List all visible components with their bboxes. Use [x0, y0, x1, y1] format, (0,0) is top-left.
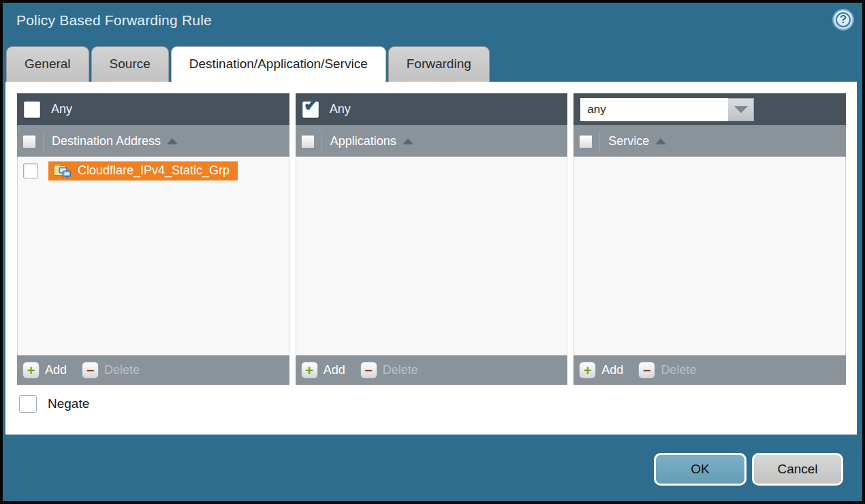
sort-ascending-icon[interactable]: [403, 138, 413, 144]
add-button-label: Add: [45, 363, 67, 377]
header-divider: [43, 131, 44, 153]
destination-actions-bar: + Add − Delete: [17, 355, 289, 385]
delete-button-label: Delete: [661, 363, 696, 377]
applications-list: [296, 157, 568, 355]
ok-button[interactable]: OK: [654, 453, 746, 486]
service-add-button[interactable]: + Add: [579, 362, 623, 379]
applications-actions-bar: + Add − Delete: [296, 355, 568, 385]
sort-ascending-icon[interactable]: [655, 138, 666, 144]
applications-add-button[interactable]: + Add: [301, 362, 345, 379]
service-dropdown[interactable]: any: [580, 98, 754, 121]
chevron-down-icon: [734, 106, 748, 113]
tab-destination-application-service[interactable]: Destination/Application/Service: [171, 46, 386, 83]
minus-icon: −: [82, 362, 99, 379]
destination-any-checkbox[interactable]: [24, 101, 40, 118]
destination-add-button[interactable]: + Add: [22, 362, 67, 379]
add-button-label: Add: [601, 363, 623, 377]
delete-button-label: Delete: [104, 363, 140, 377]
delete-button-label: Delete: [383, 363, 418, 377]
negate-option: Negate: [19, 395, 89, 413]
plus-icon: +: [22, 362, 40, 379]
policy-forwarding-dialog: Policy Based Forwarding Rule ? General S…: [0, 0, 865, 504]
address-group-icon: [53, 163, 72, 178]
service-select-all-checkbox[interactable]: [579, 135, 593, 148]
destination-delete-button[interactable]: − Delete: [82, 362, 140, 379]
tab-content: Any Destination Address: [5, 82, 857, 435]
applications-select-all-checkbox[interactable]: [301, 135, 315, 148]
header-divider: [599, 131, 600, 153]
service-column-header: Service: [573, 125, 846, 157]
add-button-label: Add: [324, 363, 345, 377]
sort-ascending-icon[interactable]: [167, 138, 178, 144]
plus-icon: +: [579, 362, 596, 379]
destination-any-label: Any: [51, 102, 72, 116]
plus-icon: +: [301, 362, 318, 379]
destination-list: Cloudflare_IPv4_Static_Grp: [17, 157, 289, 355]
applications-any-label: Any: [330, 102, 351, 116]
service-panel: any Service + Add: [573, 93, 846, 385]
destination-row-item[interactable]: Cloudflare_IPv4_Static_Grp: [48, 161, 238, 180]
applications-panel: ✔ Any Applications + Add: [296, 93, 568, 385]
service-dropdown-value[interactable]: any: [580, 98, 728, 121]
help-icon[interactable]: ?: [834, 10, 853, 29]
service-header-label[interactable]: Service: [608, 134, 649, 148]
tab-general[interactable]: General: [6, 46, 89, 82]
service-actions-bar: + Add − Delete: [573, 355, 846, 385]
applications-delete-button[interactable]: − Delete: [360, 362, 418, 379]
service-list: [573, 157, 846, 355]
table-row: Cloudflare_IPv4_Static_Grp: [18, 157, 289, 180]
help-icon-ring: [836, 12, 851, 27]
destination-column-header: Destination Address: [17, 125, 289, 157]
destination-header-label[interactable]: Destination Address: [52, 134, 161, 148]
destination-any-bar: Any: [17, 93, 289, 125]
applications-any-bar: ✔ Any: [296, 93, 568, 125]
tab-forwarding[interactable]: Forwarding: [388, 46, 490, 82]
header-divider: [321, 131, 322, 153]
tab-source[interactable]: Source: [91, 46, 169, 82]
service-dropdown-button[interactable]: [728, 98, 754, 121]
negate-checkbox[interactable]: [19, 395, 37, 413]
applications-header-label[interactable]: Applications: [330, 134, 396, 148]
minus-icon: −: [638, 362, 655, 379]
cancel-button[interactable]: Cancel: [752, 453, 843, 486]
destination-row-label: Cloudflare_IPv4_Static_Grp: [78, 163, 230, 178]
service-delete-button[interactable]: − Delete: [638, 362, 696, 379]
dialog-title: Policy Based Forwarding Rule: [16, 12, 212, 29]
applications-column-header: Applications: [296, 125, 568, 157]
service-dropdown-bar: any: [573, 93, 846, 125]
checkmark-icon: ✔: [304, 96, 319, 114]
negate-label: Negate: [48, 396, 89, 411]
destination-select-all-checkbox[interactable]: [22, 135, 36, 148]
selector-columns: Any Destination Address: [17, 93, 846, 385]
applications-any-checkbox[interactable]: ✔: [302, 101, 319, 118]
destination-row-checkbox[interactable]: [23, 163, 38, 178]
destination-address-panel: Any Destination Address: [17, 93, 289, 385]
tab-bar: General Source Destination/Application/S…: [6, 46, 490, 82]
minus-icon: −: [360, 362, 377, 379]
